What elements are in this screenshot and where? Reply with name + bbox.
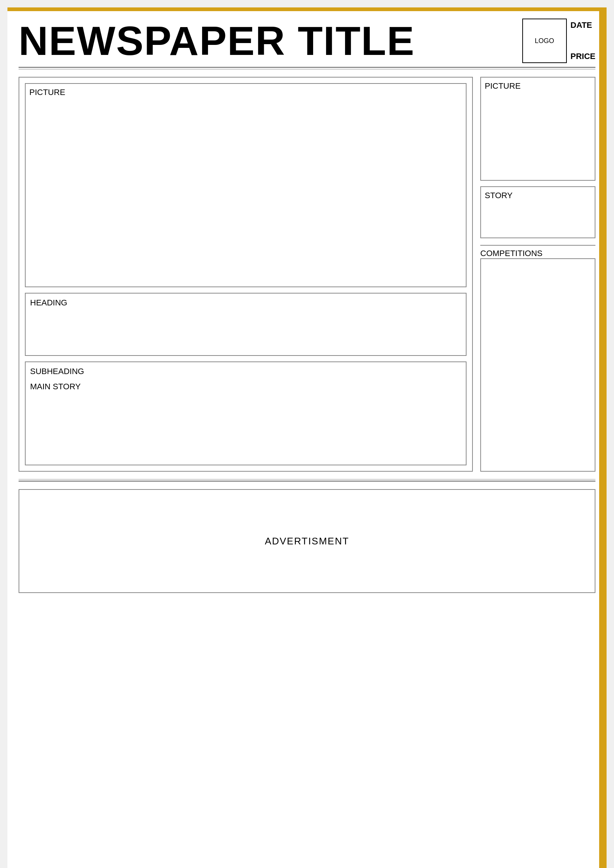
subheading-box: SUBHEADING MAIN STORY bbox=[25, 361, 466, 465]
header-rule bbox=[19, 67, 595, 70]
side-picture-box: PICTURE bbox=[480, 77, 595, 181]
main-picture-box: PICTURE bbox=[25, 83, 466, 287]
newspaper-page: NEWSPAPER TITLE LOGO DATE PRICE PICTURE … bbox=[8, 8, 606, 868]
story-box: STORY bbox=[480, 186, 595, 238]
side-divider bbox=[480, 245, 595, 246]
bottom-rule-line1 bbox=[19, 479, 595, 479]
heading-box: HEADING bbox=[25, 293, 466, 356]
logo-label: LOGO bbox=[535, 37, 554, 45]
main-story-label: MAIN STORY bbox=[30, 382, 461, 392]
competitions-box bbox=[480, 258, 595, 472]
top-accent-bar bbox=[8, 8, 606, 11]
main-content: PICTURE HEADING SUBHEADING MAIN STORY PI… bbox=[19, 77, 595, 472]
left-column: PICTURE HEADING SUBHEADING MAIN STORY bbox=[19, 77, 473, 472]
header-right: LOGO DATE PRICE bbox=[522, 19, 595, 63]
competitions-label-wrapper: COMPETITIONS bbox=[480, 249, 595, 258]
bottom-rule bbox=[19, 479, 595, 482]
price-label: PRICE bbox=[570, 51, 595, 61]
header-rule-line1 bbox=[19, 67, 595, 68]
subheading-label: SUBHEADING bbox=[30, 367, 461, 376]
date-price: DATE PRICE bbox=[570, 19, 595, 63]
logo-box: LOGO bbox=[522, 19, 567, 63]
header-rule-line2 bbox=[19, 69, 595, 70]
advertisement-box: ADVERTISMENT bbox=[19, 489, 595, 593]
right-accent-bar bbox=[599, 8, 606, 868]
heading-label: HEADING bbox=[30, 298, 67, 307]
header: NEWSPAPER TITLE LOGO DATE PRICE bbox=[8, 11, 606, 67]
main-picture-label: PICTURE bbox=[30, 88, 65, 97]
bottom-rule-line2 bbox=[19, 480, 595, 482]
competitions-label: COMPETITIONS bbox=[480, 249, 542, 258]
advertisement-label: ADVERTISMENT bbox=[265, 535, 349, 547]
side-picture-label: PICTURE bbox=[485, 81, 521, 91]
date-label: DATE bbox=[570, 20, 595, 30]
story-label: STORY bbox=[485, 191, 513, 200]
right-column: PICTURE STORY COMPETITIONS bbox=[480, 77, 595, 472]
newspaper-title: NEWSPAPER TITLE bbox=[19, 20, 522, 61]
